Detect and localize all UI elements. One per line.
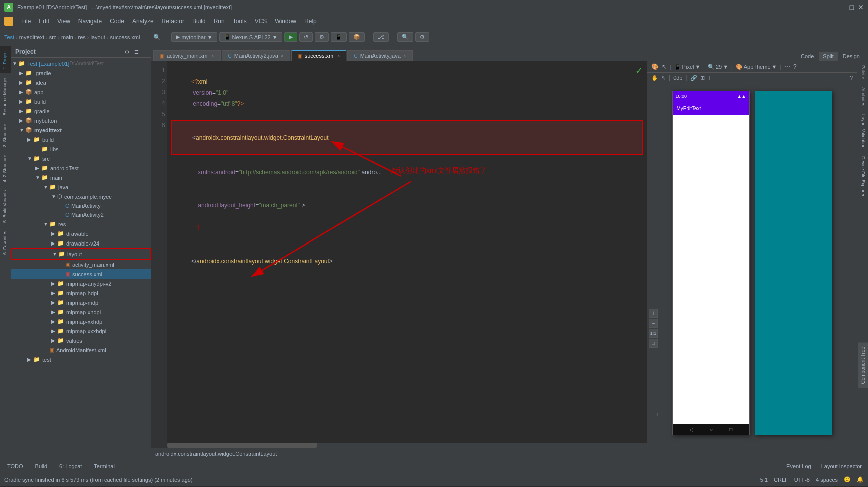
bottom-tab-terminal[interactable]: Terminal [89, 462, 120, 471]
tab-success-xml[interactable]: ▣ success.xml × [291, 50, 347, 61]
aspect-ratio-button[interactable]: 1:1 [649, 329, 658, 338]
toolbar-btn-search[interactable]: 🔍 [397, 32, 413, 42]
side-tab-device-file-explorer[interactable]: Device File Explorer [857, 152, 868, 201]
side-tab-z-structure[interactable]: 4: Z-Structure [0, 151, 11, 186]
tree-item-res[interactable]: ▼ 📁 res [11, 219, 151, 229]
zoom-dropdown[interactable]: 🔍 29 ▼ [708, 64, 728, 70]
bottom-tab-todo[interactable]: TODO [2, 462, 28, 471]
constraint-tool-icon[interactable]: 🔗 [690, 75, 697, 81]
run-config-dropdown[interactable]: ▶ mytoolbar ▼ [171, 32, 217, 42]
tree-item-main[interactable]: ▼ 📁 main [11, 173, 151, 182]
design-scrollbar[interactable] [647, 443, 857, 448]
menu-refactor[interactable]: Refactor [158, 17, 188, 26]
tree-item-mainactivity2[interactable]: C MainActivity2 [11, 210, 151, 219]
tree-item-build-sub[interactable]: ▶ 📁 build [11, 135, 151, 144]
toolbar-btn-settings[interactable]: ⚙ [415, 32, 429, 42]
tab-activity-main[interactable]: ▣ activity_main.xml × [153, 50, 221, 61]
tree-item-app[interactable]: ▶ 📦 app [11, 87, 151, 97]
menu-run[interactable]: Run [210, 17, 229, 26]
tree-item-java[interactable]: ▼ 📁 java [11, 182, 151, 192]
tree-item-build-root[interactable]: ▶ 📁 build [11, 97, 151, 106]
breadcrumb-src[interactable]: src [49, 34, 57, 40]
tree-item-src[interactable]: ▼ 📁 src [11, 154, 151, 163]
tree-item-values[interactable]: ▶ 📁 values [11, 336, 151, 345]
tree-item-androidtest[interactable]: ▶ 📁 androidTest [11, 163, 151, 173]
tree-item-mipmap-anydpi[interactable]: ▶ 📁 mipmap-anydpi-v2 [11, 279, 151, 288]
sidebar-settings-icon[interactable]: ⚙ [125, 49, 129, 55]
menu-window[interactable]: Window [271, 17, 300, 26]
tree-item-root[interactable]: ▼ 📁 Test [Example01] D:\Android\Test [11, 59, 151, 68]
tree-item-package[interactable]: ▼ ⬡ com.example.myec [11, 192, 151, 201]
sidebar-collapse-icon[interactable]: − [144, 49, 147, 55]
pan-tool-icon[interactable]: ✋ [651, 75, 658, 81]
design-more-options-icon[interactable]: ⋯ [784, 63, 790, 70]
toolbar-btn-sdk[interactable]: 📦 [349, 32, 365, 42]
view-split-button[interactable]: Split [819, 52, 837, 61]
menu-help[interactable]: Help [300, 17, 321, 26]
close-button[interactable]: ✕ [858, 3, 864, 11]
toolbar-btn-avd[interactable]: 📱 [331, 32, 347, 42]
editor-horizontal-scrollbar[interactable] [167, 443, 647, 448]
side-tab-build-variants[interactable]: 5: Build Variants [0, 186, 11, 227]
palette-icon[interactable]: 🎨 [651, 63, 659, 70]
resize-handle-icon[interactable]: ↕ [656, 411, 659, 418]
side-tab-attributes[interactable]: Attributes [857, 83, 868, 110]
side-tab-project[interactable]: 1: Project [0, 46, 11, 73]
bottom-tab-build[interactable]: Build [30, 462, 52, 471]
tree-item-success-xml[interactable]: ▣ success.xml [11, 269, 151, 279]
layout-tool-icon[interactable]: ⊞ [700, 75, 705, 81]
editor-scroll-thumb[interactable] [167, 443, 317, 448]
tree-item-androidmanifest[interactable]: ▣ AndroidManifest.xml [11, 345, 151, 355]
menu-navigate[interactable]: Navigate [74, 17, 106, 26]
toolbar-btn-gradle[interactable]: ⚙ [315, 32, 329, 42]
code-content[interactable]: <?xml version="1.0" encoding="utf-8"?> <… [167, 61, 647, 448]
toolbar-btn-sync[interactable]: ↺ [299, 32, 313, 42]
cursor-tool-icon[interactable]: ↖ [662, 63, 667, 70]
tab-mainactivity[interactable]: C MainActivity.java × [347, 50, 412, 61]
select-tool-icon[interactable]: ↖ [661, 75, 666, 81]
menu-edit[interactable]: Edit [35, 17, 53, 26]
tree-item-mainactivity[interactable]: C MainActivity [11, 201, 151, 210]
side-tab-resource-manager[interactable]: Resource Manager [0, 73, 11, 120]
breadcrumb-test[interactable]: Test [4, 34, 14, 40]
sidebar-layout-icon[interactable]: ☰ [134, 49, 139, 55]
breadcrumb-myedittext[interactable]: myedittext [19, 34, 44, 40]
tab-mainactivity-close[interactable]: × [403, 53, 406, 59]
tree-item-mipmap-xxhdpi[interactable]: ▶ 📁 mipmap-xxhdpi [11, 317, 151, 326]
design-settings-icon[interactable]: ? [850, 75, 853, 81]
bottom-tab-logcat[interactable]: 6: Logcat [54, 462, 87, 471]
tree-item-libs[interactable]: 📁 libs [11, 144, 151, 154]
breadcrumb-main[interactable]: main [61, 34, 73, 40]
run-button[interactable]: ▶ [284, 32, 297, 42]
menu-analyze[interactable]: Analyze [128, 17, 158, 26]
menu-file[interactable]: File [17, 17, 35, 26]
menu-build[interactable]: Build [188, 17, 210, 26]
pixel-dropdown[interactable]: 📱 Pixel ▼ [674, 64, 701, 70]
tree-item-gradle-folder[interactable]: ▶ 📁 gradle [11, 106, 151, 116]
breadcrumb-layout[interactable]: layout [90, 34, 105, 40]
fit-to-screen-button[interactable]: □ [649, 339, 658, 348]
tree-item-mipmap-xxxhdpi[interactable]: ▶ 📁 mipmap-xxxhdpi [11, 326, 151, 336]
tree-item-drawable[interactable]: ▶ 📁 drawable [11, 229, 151, 238]
design-help-icon[interactable]: ? [793, 63, 797, 70]
tree-item-gradle-dir[interactable]: ▶ 📁 .gradle [11, 68, 151, 78]
tab-success-xml-close[interactable]: × [337, 53, 340, 59]
view-code-button[interactable]: Code [797, 52, 818, 61]
search-everywhere-icon[interactable]: 🔍 [153, 34, 161, 41]
tree-item-test[interactable]: ▶ 📁 test [11, 355, 151, 364]
view-design-button[interactable]: Design [839, 52, 864, 61]
breadcrumb-res[interactable]: res [78, 34, 86, 40]
tree-item-myedittext[interactable]: ▼ 📦 myedittext [11, 125, 151, 135]
tree-item-mybutton[interactable]: ▶ 📦 mybutton [11, 116, 151, 125]
maximize-button[interactable]: □ [850, 3, 854, 11]
tree-item-activity-main[interactable]: ▣ activity_main.xml [11, 260, 151, 269]
toolbar-btn-git[interactable]: ⎇ [373, 32, 389, 42]
side-tab-favorites[interactable]: 6: Favorites [0, 227, 11, 259]
side-tab-palette[interactable]: Palette [857, 61, 868, 83]
zoom-in-button[interactable]: + [649, 309, 658, 318]
zoom-out-button[interactable]: − [649, 319, 658, 328]
text-tool-icon[interactable]: T [708, 75, 711, 81]
menu-vcs[interactable]: VCS [251, 17, 271, 26]
tree-item-mipmap-hdpi[interactable]: ▶ 📁 mipmap-hdpi [11, 288, 151, 298]
menu-tools[interactable]: Tools [229, 17, 251, 26]
